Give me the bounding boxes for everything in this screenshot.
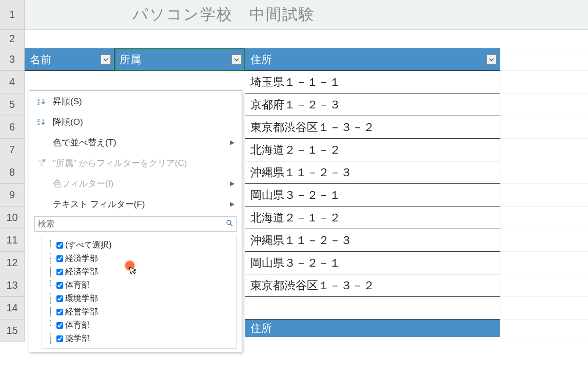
svg-text:A: A	[37, 122, 40, 126]
filter-checkbox[interactable]	[56, 255, 63, 262]
filter-checkbox[interactable]	[56, 282, 63, 289]
row-header[interactable]: 13	[0, 274, 25, 297]
filter-value-label: 体育部	[65, 280, 90, 291]
menu-label: 昇順(S)	[53, 96, 82, 107]
filter-dropdown-button[interactable]	[486, 54, 497, 65]
row-header[interactable]: 9	[0, 184, 25, 207]
filter-checkbox[interactable]	[56, 309, 63, 315]
row-header[interactable]: 12	[0, 252, 25, 274]
svg-text:A: A	[37, 98, 40, 102]
sort-ascending[interactable]: AZ 昇順(S)	[29, 91, 242, 111]
filter-value-item[interactable]: 体育部	[46, 278, 232, 292]
menu-label: 降順(O)	[53, 116, 83, 128]
row-header[interactable]: 5	[0, 93, 25, 116]
autofilter-menu: AZ 昇順(S) ZA 降順(O) 色で並べ替え(T) ▶ "所属" からフィル…	[29, 90, 242, 352]
submenu-arrow-icon: ▶	[230, 180, 234, 187]
row-header[interactable]: 14	[0, 297, 25, 320]
chevron-down-icon	[489, 57, 494, 62]
filter-value-label: (すべて選択)	[65, 240, 112, 251]
menu-label: テキスト フィルター(F)	[53, 198, 145, 210]
filter-values-list: (すべて選択) 経済学部 経済学部 体育部 環境学部 経営学部 体育部 薬学部	[42, 235, 237, 349]
addr-cell[interactable]: 沖縄県１１－２－３	[245, 161, 500, 184]
row-header[interactable]: 10	[0, 207, 25, 229]
row-header[interactable]: 4	[0, 71, 25, 93]
svg-point-4	[227, 220, 231, 224]
title-cell: パソコン学校 中間試験	[25, 0, 588, 30]
addr-cell[interactable]: 沖縄県１１－２－３	[245, 229, 500, 252]
color-filter: 色フィルター(I) ▶	[29, 173, 242, 194]
menu-label: 色フィルター(I)	[53, 178, 113, 190]
column-header-addr-repeat[interactable]: 住所	[245, 320, 500, 337]
row-header[interactable]: 6	[0, 116, 25, 139]
row-header[interactable]: 2	[0, 30, 25, 48]
filter-value-label: 経済学部	[65, 267, 98, 277]
filter-value-item[interactable]: 薬学部	[46, 332, 232, 345]
clear-filter: "所属" からフィルターをクリア(C)	[29, 153, 242, 173]
filter-value-item[interactable]: 経済学部	[46, 265, 232, 278]
filter-value-item[interactable]: 経営学部	[46, 305, 232, 318]
filter-value-item[interactable]: 環境学部	[46, 292, 232, 305]
row-header[interactable]: 8	[0, 161, 25, 184]
submenu-arrow-icon: ▶	[230, 200, 234, 208]
menu-label: "所属" からフィルターをクリア(C)	[53, 157, 187, 169]
svg-text:Z: Z	[37, 102, 40, 105]
clear-filter-icon	[35, 159, 48, 167]
row-header[interactable]: 1	[0, 0, 25, 30]
row-header[interactable]: 3	[0, 48, 25, 71]
addr-cell[interactable]: 東京都渋谷区１－３－２	[245, 116, 500, 139]
row-header[interactable]: 11	[0, 229, 25, 252]
addr-cell[interactable]: 北海道２－１－２	[245, 207, 500, 229]
filter-value-label: 経営学部	[65, 307, 98, 317]
addr-cell[interactable]: 北海道２－１－２	[245, 139, 500, 161]
blank-row	[25, 30, 588, 48]
sort-descending[interactable]: ZA 降順(O)	[29, 111, 242, 132]
chevron-down-icon	[103, 57, 108, 62]
menu-label: 色で並べ替え(T)	[53, 137, 116, 148]
row-header[interactable]: 7	[0, 139, 25, 161]
column-header-name[interactable]: 名前	[25, 48, 114, 71]
filter-checkbox[interactable]	[56, 295, 63, 302]
sort-desc-icon: ZA	[35, 118, 48, 126]
filter-value-label: 体育部	[65, 320, 90, 331]
column-label: 名前	[30, 52, 51, 67]
column-label: 住所	[250, 52, 272, 67]
filter-checkbox[interactable]	[56, 242, 63, 249]
empty-data-cell[interactable]	[245, 297, 500, 320]
svg-text:Z: Z	[37, 119, 40, 122]
column-header-dept[interactable]: 所属	[114, 48, 245, 71]
sort-asc-icon: AZ	[35, 97, 48, 105]
column-header-addr[interactable]: 住所	[245, 48, 500, 71]
sort-by-color[interactable]: 色で並べ替え(T) ▶	[29, 132, 242, 153]
addr-cell[interactable]: 岡山県３－２－１	[245, 184, 500, 207]
filter-search[interactable]	[34, 216, 237, 232]
row-header[interactable]: 15	[0, 320, 25, 342]
filter-value-item[interactable]: (すべて選択)	[46, 238, 232, 252]
search-icon	[226, 219, 233, 229]
submenu-arrow-icon: ▶	[230, 139, 234, 146]
filter-dropdown-button[interactable]	[101, 54, 111, 65]
addr-cell[interactable]: 京都府１－２－３	[245, 93, 500, 116]
filter-dropdown-button[interactable]	[231, 54, 242, 65]
filter-value-label: 経済学部	[65, 253, 98, 264]
column-label: 所属	[120, 52, 141, 67]
text-filter[interactable]: テキスト フィルター(F) ▶	[29, 194, 242, 214]
addr-cell[interactable]: 埼玉県１－１－１	[245, 71, 500, 93]
filter-value-item[interactable]: 体育部	[46, 318, 232, 332]
filter-value-label: 薬学部	[65, 333, 90, 344]
addr-cell[interactable]: 岡山県３－２－１	[245, 252, 500, 274]
filter-search-input[interactable]	[38, 219, 226, 229]
filter-value-label: 環境学部	[65, 293, 98, 304]
addr-cell[interactable]: 東京都渋谷区１－３－２	[245, 274, 500, 297]
filter-checkbox[interactable]	[56, 335, 63, 342]
filter-value-item[interactable]: 経済学部	[46, 252, 232, 265]
filter-checkbox[interactable]	[56, 269, 63, 275]
empty-cell	[500, 48, 588, 71]
chevron-down-icon	[234, 57, 239, 62]
filter-checkbox[interactable]	[56, 322, 63, 329]
